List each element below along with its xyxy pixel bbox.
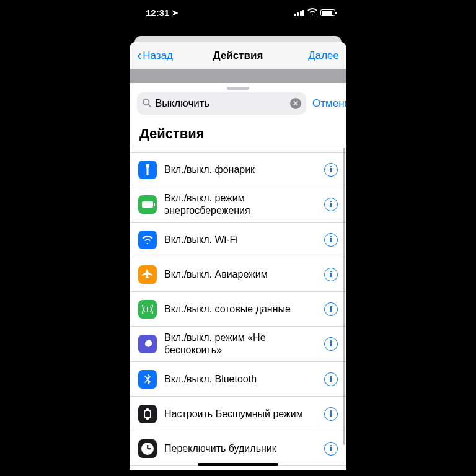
info-button[interactable]: i — [324, 337, 338, 351]
action-row-wifi[interactable]: Вкл./выкл. Wi-Fi i — [130, 223, 346, 257]
watch-icon — [138, 405, 157, 423]
wifi-icon — [138, 231, 157, 249]
actions-list[interactable]: Вкл./выкл. фонарик i Вкл./выкл. режим эн… — [130, 144, 346, 470]
modal-card: ‹ Назад Действия Далее ✕ Отменить Действ… — [130, 42, 346, 470]
action-row-cellular[interactable]: Вкл./выкл. сотовые данные i — [130, 292, 346, 327]
nav-bar: ‹ Назад Действия Далее — [130, 42, 346, 69]
bluetooth-icon — [138, 370, 157, 389]
info-button[interactable]: i — [324, 163, 338, 177]
clear-search-button[interactable]: ✕ — [290, 98, 301, 109]
info-button[interactable]: i — [324, 198, 338, 211]
low-power-icon — [138, 195, 157, 214]
action-row-dnd[interactable]: Вкл./выкл. режим «Не беспокоить» i — [130, 327, 346, 362]
wifi-status-icon — [307, 8, 317, 17]
action-row-airplane[interactable]: Вкл./выкл. Авиарежим i — [130, 257, 346, 292]
battery-icon — [320, 9, 335, 16]
dnd-icon — [138, 335, 157, 353]
back-label: Назад — [143, 50, 173, 62]
action-label: Вкл./выкл. Wi-Fi — [164, 234, 317, 246]
phone-frame: 12:31 ➤ ‹ Назад Действия Далее — [130, 0, 346, 470]
action-label: Переключить будильник — [164, 443, 317, 455]
action-label: Вкл./выкл. режим «Не беспокоить» — [164, 332, 317, 356]
search-icon — [142, 98, 151, 109]
action-label: Вкл./выкл. фонарик — [164, 164, 317, 176]
action-row-flashlight[interactable]: Вкл./выкл. фонарик i — [130, 152, 346, 187]
flashlight-icon — [138, 161, 157, 179]
search-sheet: ✕ Отменить Действия Вкл./выкл. фонарик i… — [130, 83, 346, 470]
svg-line-1 — [148, 104, 151, 107]
back-button[interactable]: ‹ Назад — [137, 49, 173, 63]
status-bar: 12:31 ➤ — [130, 0, 346, 25]
next-button[interactable]: Далее — [308, 50, 339, 62]
action-row-lowpower[interactable]: Вкл./выкл. режим энергосбережения i — [130, 187, 346, 223]
action-row-silent[interactable]: Настроить Бесшумный режим i — [130, 397, 346, 431]
info-button[interactable]: i — [324, 442, 338, 456]
cellular-signal-icon — [294, 9, 305, 16]
action-row-alarm[interactable]: Переключить будильник i — [130, 431, 346, 466]
action-label: Вкл./выкл. Bluetooth — [164, 373, 317, 386]
cancel-button[interactable]: Отменить — [312, 97, 346, 110]
info-button[interactable]: i — [324, 233, 338, 247]
action-label: Вкл./выкл. режим энергосбережения — [164, 192, 317, 217]
info-button[interactable]: i — [324, 302, 338, 316]
location-icon: ➤ — [172, 8, 178, 17]
info-button[interactable]: i — [324, 372, 338, 386]
action-row-bluetooth[interactable]: Вкл./выкл. Bluetooth i — [130, 362, 346, 397]
section-header: Действия — [130, 121, 346, 146]
search-field[interactable]: ✕ — [137, 92, 306, 115]
info-button[interactable]: i — [324, 407, 338, 421]
airplane-icon — [138, 265, 157, 284]
chevron-left-icon: ‹ — [137, 49, 141, 63]
cellular-icon — [138, 300, 157, 319]
dim-strip — [130, 69, 346, 83]
home-indicator[interactable] — [198, 463, 278, 466]
clock-icon — [138, 439, 157, 458]
info-button[interactable]: i — [324, 268, 338, 281]
action-label: Настроить Бесшумный режим — [164, 408, 317, 420]
status-time: 12:31 — [146, 7, 169, 18]
sheet-grabber[interactable] — [227, 87, 249, 90]
search-input[interactable] — [155, 97, 286, 110]
scrollbar[interactable] — [343, 148, 345, 445]
action-label: Вкл./выкл. Авиарежим — [164, 268, 317, 281]
action-label: Вкл./выкл. сотовые данные — [164, 303, 317, 315]
